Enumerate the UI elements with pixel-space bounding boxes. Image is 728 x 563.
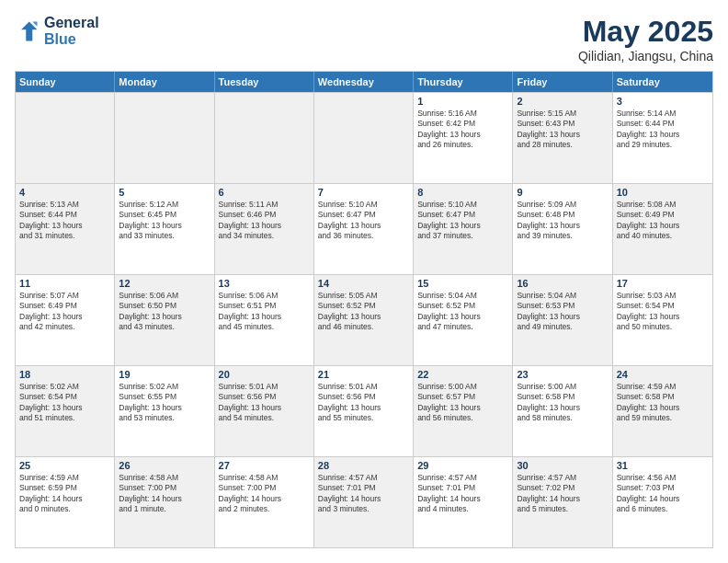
day-number: 20 [219, 369, 310, 380]
calendar: SundayMondayTuesdayWednesdayThursdayFrid… [15, 71, 713, 548]
day-number: 6 [219, 187, 310, 198]
calendar-cell [314, 93, 414, 183]
cell-text: Sunrise: 5:15 AM Sunset: 6:43 PM Dayligh… [517, 109, 608, 151]
cell-text: Sunrise: 4:56 AM Sunset: 7:03 PM Dayligh… [617, 473, 709, 515]
calendar-cell [115, 93, 214, 183]
day-number: 13 [219, 278, 310, 289]
calendar-cell: 31Sunrise: 4:56 AM Sunset: 7:03 PM Dayli… [613, 457, 712, 547]
day-number: 28 [318, 460, 409, 471]
calendar-cell [215, 93, 314, 183]
calendar-cell: 11Sunrise: 5:07 AM Sunset: 6:49 PM Dayli… [16, 275, 115, 365]
calendar-cell: 22Sunrise: 5:00 AM Sunset: 6:57 PM Dayli… [414, 366, 513, 456]
logo: General Blue [15, 15, 99, 47]
calendar-cell: 4Sunrise: 5:13 AM Sunset: 6:44 PM Daylig… [16, 184, 115, 274]
cell-text: Sunrise: 4:59 AM Sunset: 6:59 PM Dayligh… [19, 473, 110, 515]
logo-icon [15, 18, 40, 44]
calendar-row: 1Sunrise: 5:16 AM Sunset: 6:42 PM Daylig… [16, 92, 712, 183]
day-number: 29 [417, 460, 508, 471]
calendar-cell: 15Sunrise: 5:04 AM Sunset: 6:52 PM Dayli… [414, 275, 513, 365]
day-number: 2 [517, 96, 608, 107]
calendar-cell: 29Sunrise: 4:57 AM Sunset: 7:01 PM Dayli… [414, 457, 513, 547]
calendar-day-header: Sunday [16, 72, 115, 92]
day-number: 21 [318, 369, 409, 380]
calendar-cell: 3Sunrise: 5:14 AM Sunset: 6:44 PM Daylig… [613, 93, 712, 183]
subtitle: Qilidian, Jiangsu, China [578, 49, 713, 63]
day-number: 17 [617, 278, 709, 289]
calendar-cell: 5Sunrise: 5:12 AM Sunset: 6:45 PM Daylig… [115, 184, 214, 274]
cell-text: Sunrise: 5:14 AM Sunset: 6:44 PM Dayligh… [617, 109, 709, 151]
cell-text: Sunrise: 5:03 AM Sunset: 6:54 PM Dayligh… [617, 291, 709, 333]
calendar-cell: 14Sunrise: 5:05 AM Sunset: 6:52 PM Dayli… [314, 275, 414, 365]
day-number: 22 [417, 369, 508, 380]
cell-text: Sunrise: 5:06 AM Sunset: 6:50 PM Dayligh… [119, 291, 210, 333]
cell-text: Sunrise: 5:00 AM Sunset: 6:58 PM Dayligh… [517, 382, 608, 424]
calendar-row: 25Sunrise: 4:59 AM Sunset: 6:59 PM Dayli… [16, 456, 712, 547]
cell-text: Sunrise: 5:05 AM Sunset: 6:52 PM Dayligh… [318, 291, 409, 333]
calendar-day-header: Saturday [613, 72, 712, 92]
title-block: May 2025 Qilidian, Jiangsu, China [578, 15, 713, 63]
day-number: 12 [119, 278, 210, 289]
cell-text: Sunrise: 5:09 AM Sunset: 6:48 PM Dayligh… [517, 200, 608, 242]
calendar-cell: 7Sunrise: 5:10 AM Sunset: 6:47 PM Daylig… [314, 184, 414, 274]
calendar-cell: 19Sunrise: 5:02 AM Sunset: 6:55 PM Dayli… [115, 366, 214, 456]
cell-text: Sunrise: 5:12 AM Sunset: 6:45 PM Dayligh… [119, 200, 210, 242]
cell-text: Sunrise: 5:04 AM Sunset: 6:52 PM Dayligh… [417, 291, 508, 333]
calendar-cell: 21Sunrise: 5:01 AM Sunset: 6:56 PM Dayli… [314, 366, 414, 456]
cell-text: Sunrise: 5:02 AM Sunset: 6:54 PM Dayligh… [19, 382, 110, 424]
day-number: 26 [119, 460, 210, 471]
calendar-body: 1Sunrise: 5:16 AM Sunset: 6:42 PM Daylig… [16, 92, 712, 547]
calendar-day-header: Wednesday [314, 72, 414, 92]
calendar-cell: 28Sunrise: 4:57 AM Sunset: 7:01 PM Dayli… [314, 457, 414, 547]
day-number: 7 [318, 187, 409, 198]
day-number: 9 [517, 187, 608, 198]
calendar-cell: 10Sunrise: 5:08 AM Sunset: 6:49 PM Dayli… [613, 184, 712, 274]
calendar-cell: 17Sunrise: 5:03 AM Sunset: 6:54 PM Dayli… [613, 275, 712, 365]
day-number: 1 [417, 96, 508, 107]
calendar-row: 4Sunrise: 5:13 AM Sunset: 6:44 PM Daylig… [16, 183, 712, 274]
day-number: 31 [617, 460, 709, 471]
calendar-cell: 23Sunrise: 5:00 AM Sunset: 6:58 PM Dayli… [513, 366, 612, 456]
cell-text: Sunrise: 4:57 AM Sunset: 7:01 PM Dayligh… [318, 473, 409, 515]
day-number: 25 [19, 460, 110, 471]
cell-text: Sunrise: 5:00 AM Sunset: 6:57 PM Dayligh… [417, 382, 508, 424]
main-title: May 2025 [578, 15, 713, 49]
cell-text: Sunrise: 4:57 AM Sunset: 7:02 PM Dayligh… [517, 473, 608, 515]
day-number: 19 [119, 369, 210, 380]
cell-text: Sunrise: 4:58 AM Sunset: 7:00 PM Dayligh… [219, 473, 310, 515]
day-number: 11 [19, 278, 110, 289]
calendar-row: 11Sunrise: 5:07 AM Sunset: 6:49 PM Dayli… [16, 274, 712, 365]
calendar-cell: 2Sunrise: 5:15 AM Sunset: 6:43 PM Daylig… [513, 93, 612, 183]
day-number: 24 [617, 369, 709, 380]
day-number: 14 [318, 278, 409, 289]
cell-text: Sunrise: 5:16 AM Sunset: 6:42 PM Dayligh… [417, 109, 508, 151]
day-number: 3 [617, 96, 709, 107]
day-number: 30 [517, 460, 608, 471]
calendar-cell [16, 93, 115, 183]
day-number: 18 [19, 369, 110, 380]
calendar-day-header: Thursday [414, 72, 513, 92]
page: General Blue May 2025 Qilidian, Jiangsu,… [0, 0, 728, 563]
calendar-day-header: Monday [115, 72, 214, 92]
calendar-cell: 12Sunrise: 5:06 AM Sunset: 6:50 PM Dayli… [115, 275, 214, 365]
svg-marker-0 [21, 21, 38, 40]
calendar-cell: 1Sunrise: 5:16 AM Sunset: 6:42 PM Daylig… [414, 93, 513, 183]
calendar-cell: 30Sunrise: 4:57 AM Sunset: 7:02 PM Dayli… [513, 457, 612, 547]
day-number: 5 [119, 187, 210, 198]
calendar-cell: 13Sunrise: 5:06 AM Sunset: 6:51 PM Dayli… [215, 275, 314, 365]
logo-text: General Blue [44, 15, 99, 47]
cell-text: Sunrise: 5:04 AM Sunset: 6:53 PM Dayligh… [517, 291, 608, 333]
day-number: 23 [517, 369, 608, 380]
calendar-row: 18Sunrise: 5:02 AM Sunset: 6:54 PM Dayli… [16, 365, 712, 456]
calendar-cell: 27Sunrise: 4:58 AM Sunset: 7:00 PM Dayli… [215, 457, 314, 547]
day-number: 16 [517, 278, 608, 289]
calendar-cell: 16Sunrise: 5:04 AM Sunset: 6:53 PM Dayli… [513, 275, 612, 365]
calendar-cell: 9Sunrise: 5:09 AM Sunset: 6:48 PM Daylig… [513, 184, 612, 274]
day-number: 8 [417, 187, 508, 198]
day-number: 4 [19, 187, 110, 198]
cell-text: Sunrise: 4:57 AM Sunset: 7:01 PM Dayligh… [417, 473, 508, 515]
cell-text: Sunrise: 5:13 AM Sunset: 6:44 PM Dayligh… [19, 200, 110, 242]
cell-text: Sunrise: 5:10 AM Sunset: 6:47 PM Dayligh… [318, 200, 409, 242]
cell-text: Sunrise: 5:01 AM Sunset: 6:56 PM Dayligh… [318, 382, 409, 424]
calendar-cell: 18Sunrise: 5:02 AM Sunset: 6:54 PM Dayli… [16, 366, 115, 456]
cell-text: Sunrise: 5:01 AM Sunset: 6:56 PM Dayligh… [219, 382, 310, 424]
